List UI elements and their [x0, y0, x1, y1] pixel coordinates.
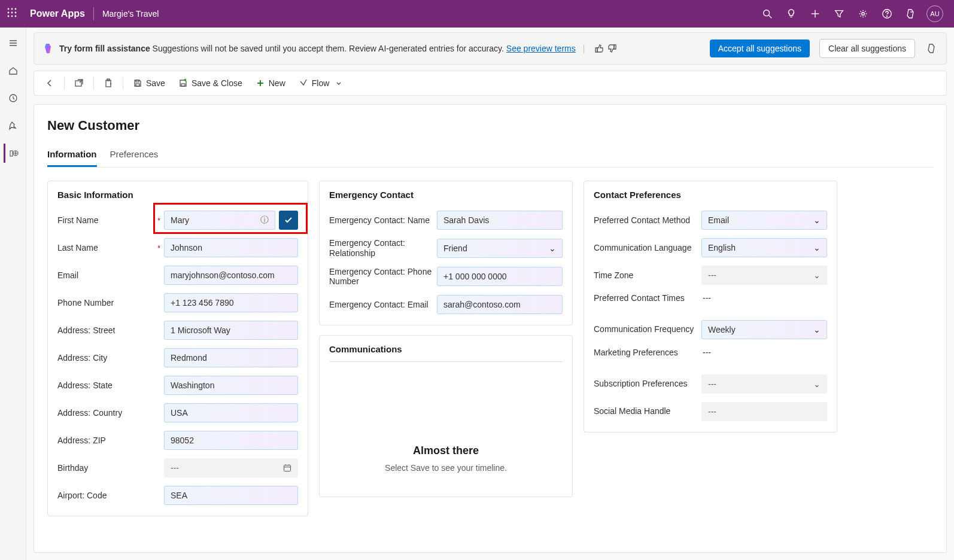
field-label: Address: ZIP [57, 436, 159, 446]
svg-line-10 [769, 16, 772, 19]
svg-point-7 [11, 16, 13, 17]
birthday-input[interactable]: --- [164, 458, 298, 477]
country-input[interactable]: USA [164, 403, 298, 422]
preview-terms-link[interactable]: See preview terms [506, 44, 576, 53]
city-input[interactable]: Redmond [164, 348, 298, 367]
thumbs-down-icon[interactable] [607, 44, 617, 53]
chevron-down-icon: ⌄ [549, 244, 556, 253]
field-label: Subscription Preferences [594, 379, 697, 389]
new-button[interactable]: New [251, 75, 290, 92]
svg-rect-31 [284, 465, 291, 471]
tab-information[interactable]: Information [47, 149, 97, 167]
open-new-window-icon[interactable] [69, 75, 89, 92]
field-label: Emergency Contact: Relationship [329, 238, 432, 258]
field-label: Address: State [57, 381, 159, 391]
field-label: Airport: Code [57, 491, 159, 501]
section-heading: Contact Preferences [594, 190, 827, 200]
flow-button[interactable]: Flow [294, 75, 348, 92]
svg-point-3 [8, 12, 10, 14]
hamburger-icon[interactable] [4, 34, 23, 53]
timezone-select[interactable]: ---⌄ [701, 266, 827, 285]
svg-point-2 [15, 8, 17, 10]
chevron-down-icon: ⌄ [813, 379, 821, 389]
chevron-down-icon: ⌄ [813, 243, 821, 252]
calendar-icon[interactable] [283, 464, 291, 472]
first-name-input[interactable]: Maryⓘ [164, 211, 275, 230]
emergency-contact-card: Emergency Contact Emergency Contact: Nam… [319, 181, 573, 325]
field-label: Phone Number [57, 298, 159, 308]
filter-icon[interactable] [827, 2, 851, 26]
help-icon[interactable] [875, 2, 899, 26]
basic-info-card: Basic Information First Name Maryⓘ Last … [47, 181, 308, 516]
airport-input[interactable]: SEA [164, 486, 298, 505]
svg-point-5 [15, 12, 17, 14]
gear-icon[interactable] [851, 2, 875, 26]
contact-times-value[interactable]: --- [701, 293, 827, 303]
lightbulb-icon[interactable] [779, 2, 803, 26]
command-bar: Save Save & Close New Flow [34, 71, 947, 96]
subscription-select[interactable]: ---⌄ [701, 375, 827, 394]
communications-card: Communications Almost there Select Save … [319, 335, 573, 497]
empty-text: Select Save to see your timeline. [341, 463, 551, 473]
email-input[interactable]: maryjohnson@contoso.com [164, 266, 298, 285]
svg-point-16 [886, 16, 887, 17]
field-label: Address: Country [57, 408, 159, 418]
field-label: Address: Street [57, 325, 159, 336]
svg-point-14 [862, 13, 865, 16]
chevron-down-icon: ⌄ [813, 325, 821, 334]
banner-text: Try form fill assistance Suggestions wil… [59, 44, 576, 53]
tab-preferences[interactable]: Preferences [110, 149, 159, 167]
state-input[interactable]: Washington [164, 376, 298, 395]
app-name: Power Apps [30, 8, 85, 19]
recent-icon[interactable] [4, 89, 23, 108]
add-icon[interactable] [803, 2, 827, 26]
copilot-header-icon[interactable] [899, 2, 923, 26]
pin-icon[interactable] [4, 116, 23, 135]
accept-suggestion-button[interactable] [279, 211, 298, 230]
marketing-value[interactable]: --- [701, 348, 827, 357]
global-header: Power Apps Margie's Travel AU [0, 0, 954, 28]
waffle-icon[interactable] [7, 8, 19, 20]
form-page: New Customer Information Preferences Bas… [34, 104, 947, 553]
accept-all-button[interactable]: Accept all suggestions [710, 39, 810, 57]
zip-input[interactable]: 98052 [164, 431, 298, 450]
user-avatar[interactable]: AU [923, 2, 947, 26]
save-button[interactable]: Save [128, 75, 170, 92]
back-button[interactable] [40, 75, 59, 92]
last-name-input[interactable]: Johnson [164, 238, 298, 257]
environment-name[interactable]: Margie's Travel [102, 9, 159, 19]
emergency-name-input[interactable]: Sarah Davis [437, 211, 563, 230]
info-icon[interactable]: ⓘ [260, 215, 269, 226]
field-label: Time Zone [594, 270, 697, 281]
field-label: Emergency Contact: Name [329, 215, 432, 226]
frequency-select[interactable]: Weekly⌄ [701, 320, 827, 339]
globe-icon[interactable] [4, 144, 23, 163]
field-label: Communication Language [594, 243, 697, 253]
street-input[interactable]: 1 Microsoft Way [164, 321, 298, 340]
copilot-icon [42, 42, 54, 54]
home-icon[interactable] [4, 61, 23, 80]
search-icon[interactable] [755, 2, 779, 26]
emergency-rel-select[interactable]: Friend⌄ [437, 239, 563, 258]
save-close-button[interactable]: Save & Close [174, 75, 247, 92]
copilot-pane-icon[interactable] [926, 42, 938, 54]
emergency-phone-input[interactable]: +1 000 000 0000 [437, 267, 563, 286]
emergency-email-input[interactable]: sarah@contoso.com [437, 295, 563, 314]
svg-rect-21 [10, 151, 13, 156]
section-heading: Emergency Contact [329, 190, 563, 200]
ai-banner: Try form fill assistance Suggestions wil… [34, 32, 947, 65]
chevron-down-icon: ⌄ [813, 215, 821, 225]
svg-rect-26 [136, 80, 139, 82]
site-rail [0, 28, 26, 560]
svg-point-8 [15, 16, 17, 17]
social-input[interactable]: --- [701, 402, 827, 421]
phone-input[interactable]: +1 123 456 7890 [164, 293, 298, 312]
language-select[interactable]: English⌄ [701, 238, 827, 257]
clipboard-icon[interactable] [99, 75, 118, 92]
thumbs-up-icon[interactable] [594, 44, 604, 53]
section-heading: Basic Information [57, 190, 298, 200]
main-area: Try form fill assistance Suggestions wil… [26, 28, 954, 560]
field-label: Preferred Contact Method [594, 215, 697, 226]
clear-all-button[interactable]: Clear all suggestions [819, 39, 915, 58]
contact-method-select[interactable]: Email⌄ [701, 211, 827, 230]
